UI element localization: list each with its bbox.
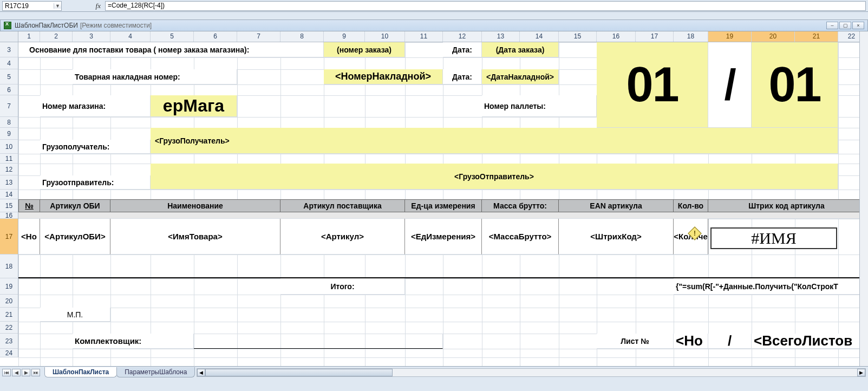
row-header[interactable]: 8 xyxy=(0,117,18,128)
label-consignee: Грузополучатель: xyxy=(40,140,151,154)
sheet-tab-other[interactable]: ПараметрыШаблона xyxy=(116,367,195,377)
hscroll-thumb[interactable] xyxy=(205,369,392,376)
row-headers[interactable]: 3456789101112131415161718192021222324 xyxy=(0,42,18,357)
row-header[interactable]: 10 xyxy=(0,140,18,154)
name-box-value[interactable]: R17C19 xyxy=(3,2,54,10)
col-header[interactable]: 16 xyxy=(597,31,636,42)
row-header[interactable]: 7 xyxy=(0,95,18,117)
table-cell: <ЕдИзмерения> xyxy=(405,219,482,255)
sheet-tab-active[interactable]: ШаблонПакЛиста xyxy=(44,367,117,377)
row-header[interactable]: 14 xyxy=(0,190,18,199)
label-sheet-no: Лист № xyxy=(597,334,674,349)
col-header[interactable]: 6 xyxy=(194,31,237,42)
row-header[interactable]: 20 xyxy=(0,295,18,308)
horizontal-scrollbar[interactable]: ◀ ▶ xyxy=(197,368,866,377)
table-header: Наименование xyxy=(110,199,280,212)
col-header[interactable]: 5 xyxy=(151,31,194,42)
formula-input[interactable]: =Code_128(RC[-4]) xyxy=(105,1,866,11)
hscroll-left-button[interactable]: ◀ xyxy=(197,369,205,376)
selected-cell[interactable]: #ИМЯ xyxy=(710,227,837,249)
row-header[interactable]: 13 xyxy=(0,175,18,190)
value-big-slash: / xyxy=(708,42,752,128)
table-header: Штрих код артикула xyxy=(708,199,865,212)
spreadsheet[interactable]: 12345678910111213141516171819202122 3456… xyxy=(0,31,868,366)
label-picker: Комплектовщик: xyxy=(73,334,194,349)
row-header[interactable]: 24 xyxy=(0,349,18,357)
tab-nav-buttons: ⏮ ◀ ▶ ⏭ xyxy=(0,369,42,376)
col-header[interactable]: 21 xyxy=(795,31,838,42)
row-header[interactable]: 3 xyxy=(0,42,18,57)
window-close-button[interactable]: × xyxy=(852,22,864,29)
col-header[interactable]: 7 xyxy=(237,31,280,42)
name-box-dropdown-icon[interactable]: ▼ xyxy=(54,3,61,9)
col-header[interactable]: 2 xyxy=(40,31,73,42)
col-header[interactable]: 10 xyxy=(365,31,405,42)
col-header[interactable]: 11 xyxy=(405,31,443,42)
row-header[interactable]: 18 xyxy=(0,255,18,278)
tab-prev-button[interactable]: ◀ xyxy=(12,369,21,376)
tab-first-button[interactable]: ⏮ xyxy=(2,369,11,376)
value-nakladnaya-no: <НомерНакладной> xyxy=(324,69,443,84)
value-sheet-total: <ВсегоЛистов xyxy=(752,334,865,349)
col-header[interactable]: 19 xyxy=(708,31,752,42)
tab-next-button[interactable]: ▶ xyxy=(22,369,30,376)
table-header: Артикул поставщика xyxy=(280,199,405,212)
sep xyxy=(18,212,865,219)
col-header[interactable]: 18 xyxy=(674,31,708,42)
value-big-left: 01 xyxy=(597,42,708,128)
label-date2: Дата: xyxy=(443,69,482,84)
value-nakladnaya-date: <ДатаНакладной> xyxy=(482,69,559,84)
select-all-corner[interactable] xyxy=(0,31,18,42)
window-minimize-button[interactable]: – xyxy=(826,22,838,29)
value-sum-formula: {"=sum(R[-"+Данные.Получить("КолСтрокТ xyxy=(674,278,865,295)
row18 xyxy=(18,255,865,278)
row-header[interactable]: 21 xyxy=(0,308,18,322)
row-header[interactable]: 6 xyxy=(0,84,18,95)
col-header[interactable]: 12 xyxy=(443,31,482,42)
col-header[interactable]: 14 xyxy=(520,31,559,42)
sheet-tabs: ШаблонПакЛиста ПараметрыШаблона xyxy=(44,367,194,377)
col-header[interactable]: 15 xyxy=(559,31,597,42)
row-header[interactable]: 22 xyxy=(0,322,18,334)
document-title-bar: ШаблонПакЛистОБИ [Режим совместимости] –… xyxy=(0,19,868,31)
tab-last-button[interactable]: ⏭ xyxy=(31,369,40,376)
label-date: Дата: xyxy=(443,42,482,57)
window-maximize-button[interactable]: ▢ xyxy=(839,22,851,29)
cells-area[interactable]: Основание для поставки товара ( номер за… xyxy=(18,42,868,366)
col-header[interactable]: 8 xyxy=(280,31,324,42)
hscroll-right-button[interactable]: ▶ xyxy=(857,369,865,376)
row-header[interactable]: 11 xyxy=(0,154,18,164)
row-header[interactable]: 19 xyxy=(0,278,18,295)
row-header[interactable]: 16 xyxy=(0,212,18,219)
row-header[interactable]: 12 xyxy=(0,164,18,175)
row-header[interactable]: 5 xyxy=(0,69,18,84)
value-shop: ерМага xyxy=(151,95,237,117)
col-header[interactable]: 17 xyxy=(636,31,674,42)
vertical-scrollbar[interactable] xyxy=(859,31,868,366)
col-header[interactable]: 4 xyxy=(110,31,151,42)
name-box[interactable]: R17C19 ▼ xyxy=(2,1,62,11)
col-header[interactable]: 13 xyxy=(482,31,520,42)
label-pallet: Номер паллеты: xyxy=(482,95,597,117)
value-sheet-no: <Но xyxy=(674,334,708,349)
row-header[interactable]: 23 xyxy=(0,334,18,349)
fx-icon[interactable]: fx xyxy=(94,2,103,10)
col-header[interactable]: 9 xyxy=(324,31,365,42)
sheet-slash: / xyxy=(708,334,752,349)
compat-mode-label: [Режим совместимости] xyxy=(80,22,152,29)
value-consignee: <ГрузоПолучатель> xyxy=(151,128,838,154)
row-header[interactable]: 17 xyxy=(0,219,18,255)
value-big-right: 01 xyxy=(752,42,838,128)
table-cell: <МассаБрутто> xyxy=(482,219,559,255)
row-header[interactable]: 4 xyxy=(0,57,18,69)
col-header[interactable]: 1 xyxy=(18,31,40,42)
formula-bar: R17C19 ▼ fx =Code_128(RC[-4]) xyxy=(0,0,868,12)
table-header: EAN артикула xyxy=(559,199,674,212)
row-header[interactable]: 9 xyxy=(0,128,18,140)
column-headers[interactable]: 12345678910111213141516171819202122 xyxy=(18,31,868,42)
table-cell: <Артикул> xyxy=(280,219,405,255)
col-header[interactable]: 20 xyxy=(752,31,795,42)
row-header[interactable]: 15 xyxy=(0,199,18,212)
table-header: Ед-ца измерения xyxy=(405,199,482,212)
col-header[interactable]: 3 xyxy=(73,31,110,42)
